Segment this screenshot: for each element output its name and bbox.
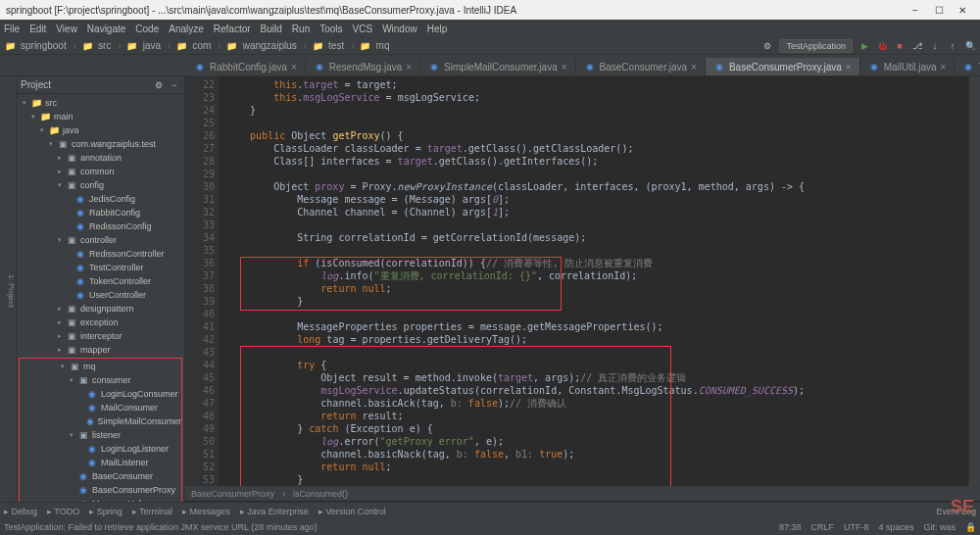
bottom-tool-todo[interactable]: ▸ TODO xyxy=(47,507,79,516)
tree-item[interactable]: ▾▣listener xyxy=(20,428,181,442)
encoding[interactable]: UTF-8 xyxy=(844,522,869,532)
breadcrumb-item[interactable]: springboot xyxy=(19,40,69,51)
menu-analyze[interactable]: Analyze xyxy=(169,24,204,34)
tree-arrow-icon[interactable]: ▾ xyxy=(31,113,39,121)
tree-item[interactable]: ▾▣config xyxy=(17,178,184,192)
tree-arrow-icon[interactable]: ▾ xyxy=(70,376,77,384)
breadcrumb-item[interactable]: com xyxy=(190,40,213,51)
close-icon[interactable]: × xyxy=(941,62,947,73)
tree-arrow-icon[interactable]: ▾ xyxy=(49,140,57,148)
menu-refactor[interactable]: Refactor xyxy=(214,24,251,34)
editor-tab[interactable]: ◉TestServiceImpl.java× xyxy=(955,58,980,75)
code-editor[interactable]: 2223242526272829303132333435363738394041… xyxy=(185,76,980,486)
tree-arrow-icon[interactable]: ▾ xyxy=(58,181,66,189)
tree-item[interactable]: ◉BaseConsumerProxy xyxy=(20,483,181,497)
close-icon[interactable]: × xyxy=(406,62,412,73)
tree-arrow-icon[interactable]: ▾ xyxy=(40,126,48,134)
run-icon[interactable]: ▶ xyxy=(858,40,870,52)
breadcrumb-item[interactable]: test xyxy=(326,40,346,51)
editor-breadcrumb-item[interactable]: isConsumed() xyxy=(293,489,348,499)
close-icon[interactable]: × xyxy=(846,62,852,73)
tree-item[interactable]: ▾📁src xyxy=(17,96,184,110)
maximize-button[interactable]: ☐ xyxy=(927,5,951,16)
menu-run[interactable]: Run xyxy=(292,24,310,34)
tree-item[interactable]: ▸▣exception xyxy=(17,316,184,329)
bottom-tool-java-enterprise[interactable]: ▸ Java Enterprise xyxy=(240,507,309,516)
tree-item[interactable]: ◉MailConsumer xyxy=(20,401,181,414)
gear-icon[interactable]: ⚙ xyxy=(153,79,165,91)
menu-edit[interactable]: Edit xyxy=(29,24,46,34)
tree-item[interactable]: ◉JedisConfig xyxy=(17,192,184,206)
tree-arrow-icon[interactable]: ▸ xyxy=(58,346,66,354)
git-pull-icon[interactable]: ↓ xyxy=(929,40,941,52)
git-branch[interactable]: Git: was xyxy=(923,522,956,532)
tree-item[interactable]: ▾▣com.wangzaiplus.test xyxy=(17,137,184,151)
bottom-tool-version-control[interactable]: ▸ Version Control xyxy=(318,507,386,516)
tree-item[interactable]: ◉TokenController xyxy=(17,274,184,288)
editor-tab[interactable]: ◉RabbitConfig.java× xyxy=(186,58,306,75)
debug-icon[interactable]: 🐞 xyxy=(876,40,888,52)
editor-tab[interactable]: ◉MailUtil.java× xyxy=(860,58,956,75)
tree-arrow-icon[interactable]: ▾ xyxy=(61,363,69,370)
project-tool-tab[interactable]: 1: Project xyxy=(7,274,16,308)
tree-item[interactable]: ◉UserController xyxy=(17,288,184,302)
editor-breadcrumb-item[interactable]: BaseConsumerProxy xyxy=(191,489,274,499)
editor-tab[interactable]: ◉ResendMsg.java× xyxy=(306,58,420,75)
line-separator[interactable]: CRLF xyxy=(810,522,834,532)
indent[interactable]: 4 spaces xyxy=(878,522,913,532)
breadcrumb-item[interactable]: wangzaiplus xyxy=(241,40,299,51)
tree-item[interactable]: ▾📁main xyxy=(17,110,184,123)
close-icon[interactable]: × xyxy=(291,62,297,73)
tree-item[interactable]: ◉RedissonController xyxy=(17,247,184,261)
tree-item[interactable]: ◉RabbitConfig xyxy=(17,206,184,219)
close-icon[interactable]: × xyxy=(562,62,567,73)
menu-view[interactable]: View xyxy=(56,24,77,34)
menu-navigate[interactable]: Navigate xyxy=(87,24,125,34)
code-area[interactable]: this.target = target; this.msgLogService… xyxy=(219,76,968,486)
tree-item[interactable]: ◉MailListener xyxy=(20,456,181,469)
lock-icon[interactable]: 🔒 xyxy=(965,522,976,532)
breadcrumb-item[interactable]: src xyxy=(96,40,113,51)
menu-help[interactable]: Help xyxy=(427,24,448,34)
bottom-tool-spring[interactable]: ▸ Spring xyxy=(89,507,122,516)
tree-item[interactable]: ▾▣mq xyxy=(20,360,181,373)
editor-tab[interactable]: ◉BaseConsumerProxy.java× xyxy=(706,58,860,75)
editor-tab[interactable]: ◉BaseConsumer.java× xyxy=(576,58,706,75)
menu-vcs[interactable]: VCS xyxy=(353,24,373,34)
git-push-icon[interactable]: ↑ xyxy=(947,40,958,52)
minimize-button[interactable]: − xyxy=(904,5,927,16)
tree-item[interactable]: ▸▣interceptor xyxy=(17,329,184,343)
bottom-tool-terminal[interactable]: ▸ Terminal xyxy=(132,507,172,516)
tree-item[interactable]: ▸▣annotation xyxy=(17,151,184,165)
menu-window[interactable]: Window xyxy=(382,24,417,34)
tree-item[interactable]: ◉LoginLogListener xyxy=(20,442,181,456)
hammer-icon[interactable]: ⚙ xyxy=(761,40,773,52)
tree-item[interactable]: ◉RedissonConfig xyxy=(17,219,184,233)
bottom-tool-messages[interactable]: ▸ Messages xyxy=(182,507,230,516)
collapse-icon[interactable]: − xyxy=(169,79,180,91)
stop-icon[interactable]: ■ xyxy=(894,40,906,52)
tree-arrow-icon[interactable]: ▸ xyxy=(58,305,66,313)
tree-item[interactable]: ◉LoginLogConsumer xyxy=(20,387,181,401)
breadcrumb-item[interactable]: mq xyxy=(374,40,392,51)
tree-item[interactable]: ▾📁java xyxy=(17,123,184,137)
tree-item[interactable]: ▾▣controller xyxy=(17,233,184,247)
tree-item[interactable]: ◉SimpleMailConsumer xyxy=(20,414,181,428)
menu-code[interactable]: Code xyxy=(135,24,159,34)
tree-arrow-icon[interactable]: ▸ xyxy=(58,318,66,326)
menu-build[interactable]: Build xyxy=(261,24,282,34)
error-stripe[interactable] xyxy=(968,76,980,486)
search-icon[interactable]: 🔍 xyxy=(964,40,976,52)
tree-arrow-icon[interactable]: ▾ xyxy=(70,431,77,439)
tree-arrow-icon[interactable]: ▸ xyxy=(58,332,66,340)
tree-item[interactable]: ▸▣mapper xyxy=(17,343,184,357)
tree-item[interactable]: ▸▣common xyxy=(17,165,184,178)
menu-file[interactable]: File xyxy=(4,24,20,34)
tree-arrow-icon[interactable]: ▾ xyxy=(23,99,30,107)
tree-arrow-icon[interactable]: ▸ xyxy=(58,154,66,162)
close-button[interactable]: ✕ xyxy=(951,5,974,16)
close-icon[interactable]: × xyxy=(691,62,697,73)
breadcrumb-item[interactable]: java xyxy=(141,40,163,51)
tree-arrow-icon[interactable]: ▾ xyxy=(58,236,66,244)
tree-item[interactable]: ▾▣consumer xyxy=(20,373,181,387)
